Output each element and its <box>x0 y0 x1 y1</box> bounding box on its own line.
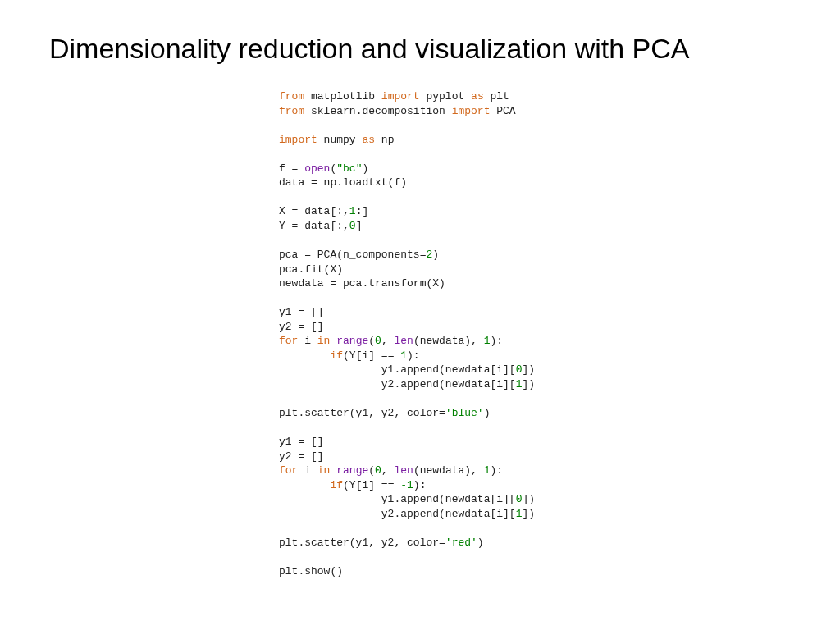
slide-title: Dimensionality reduction and visualizati… <box>49 33 791 65</box>
code-line: y2.append(newdata[i][1]) <box>279 378 535 390</box>
code-line: plt.scatter(y1, y2, color='blue') <box>279 407 490 419</box>
code-line: y2 = [] <box>279 321 324 333</box>
code-line: y1 = [] <box>279 306 324 318</box>
code-line: f = open("bc") <box>279 162 368 175</box>
code-line: y2 = [] <box>279 450 324 463</box>
code-line: Y = data[:,0] <box>279 220 362 232</box>
slide-content: Dimensionality reduction and visualizati… <box>0 0 840 630</box>
code-line: y1.append(newdata[i][0]) <box>279 493 535 505</box>
code-line: newdata = pca.transform(X) <box>279 277 445 290</box>
code-line: y1 = [] <box>279 436 324 448</box>
code-line: from matplotlib import pyplot as plt <box>279 90 509 103</box>
code-line: import numpy as np <box>279 134 394 146</box>
code-line: from sklearn.decomposition import PCA <box>279 105 516 117</box>
code-line: y1.append(newdata[i][0]) <box>279 363 535 376</box>
code-line: plt.scatter(y1, y2, color='red') <box>279 536 484 549</box>
code-line: data = np.loadtxt(f) <box>279 176 407 189</box>
code-block: from matplotlib import pyplot as plt fro… <box>279 89 791 579</box>
code-line: pca = PCA(n_components=2) <box>279 249 439 261</box>
code-line: if(Y[i] == -1): <box>279 479 426 491</box>
code-line: X = data[:,1:] <box>279 205 368 217</box>
code-line: plt.show() <box>279 565 343 578</box>
code-line: for i in range(0, len(newdata), 1): <box>279 464 503 477</box>
code-line: pca.fit(X) <box>279 263 343 276</box>
code-line: for i in range(0, len(newdata), 1): <box>279 335 503 347</box>
code-line: if(Y[i] == 1): <box>279 349 420 362</box>
code-line: y2.append(newdata[i][1]) <box>279 508 535 520</box>
